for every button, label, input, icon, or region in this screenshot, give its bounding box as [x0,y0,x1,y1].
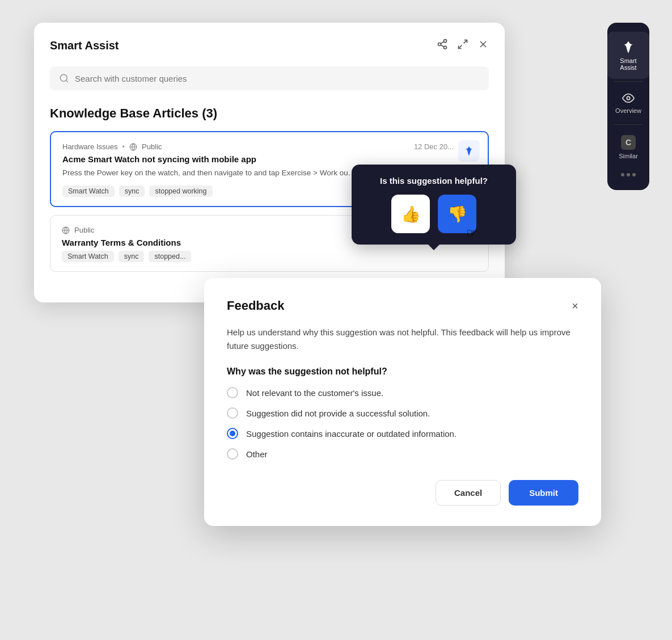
tag-2-0: Smart Watch [62,251,114,262]
sidebar-item-similar[interactable]: C Similar [607,127,649,167]
tag-2-1: sync [119,251,145,262]
spark-icon [621,40,636,54]
search-icon [59,73,69,83]
cursor: ☞ [466,226,477,241]
tooltip-question: Is this suggestion helpful? [365,176,502,186]
radio-label-0: Not relevant to the customer's issue. [246,388,383,398]
tag-2-2: stopped... [149,251,191,262]
sidebar-item-smart-assist[interactable]: Smart Assist [607,32,649,79]
letter-c-icon: C [621,135,636,150]
panel-header: Smart Assist [50,39,489,53]
globe-icon-1 [129,143,137,151]
article-tags-2: Smart Watch sync stopped... [62,251,477,262]
radio-circle-3 [227,448,238,460]
submit-button[interactable]: Submit [509,480,578,506]
svg-line-4 [441,41,444,43]
feedback-modal: Feedback × Help us understand why this s… [204,278,601,526]
article-visibility-1: Public [142,142,162,151]
feedback-header: Feedback × [227,298,578,313]
radio-item-3[interactable]: Other [227,448,578,460]
radio-item-1[interactable]: Suggestion did not provide a successful … [227,407,578,419]
svg-line-6 [459,45,462,49]
expand-icon[interactable] [457,39,468,53]
cancel-button[interactable]: Cancel [436,480,501,506]
article-title-1: Acme Smart Watch not syncing with mobile… [62,154,476,164]
sidebar-dots [621,173,636,181]
svg-line-10 [66,80,67,82]
tag-1-0: Smart Watch [62,186,115,197]
radio-item-0[interactable]: Not relevant to the customer's issue. [227,387,578,398]
search-input[interactable] [75,74,480,83]
tooltip-bubble: Is this suggestion helpful? 👍 👎 [352,165,516,245]
tag-1-1: sync [119,186,145,197]
radio-circle-0 [227,387,238,398]
search-bar[interactable] [50,66,489,90]
radio-label-1: Suggestion did not provide a successful … [246,409,430,418]
sidebar-item-label-smart-assist: Smart Assist [612,57,645,71]
radio-circle-1 [227,407,238,419]
sidebar-item-overview[interactable]: Overview [607,84,649,122]
feedback-close-button[interactable]: × [572,300,578,313]
feedback-description: Help us understand why this suggestion w… [227,326,578,353]
thumbs-up-icon: 👍 [401,205,421,224]
svg-line-5 [464,40,467,44]
thumbs-up-button[interactable]: 👍 [391,195,430,233]
feedback-question: Why was the suggestion not helpful? [227,367,578,377]
article-body-1: Press the Power key on the watch, and th… [62,167,357,179]
svg-point-2 [444,46,447,49]
eye-icon [622,92,635,104]
feedback-title: Feedback [227,298,285,313]
radio-group: Not relevant to the customer's issue. Su… [227,387,578,460]
radio-inner-2 [230,431,235,436]
section-title: Knowledge Base Articles (3) [50,106,489,121]
svg-line-3 [441,45,444,47]
share-icon[interactable] [437,39,448,53]
sidebar-divider-2 [614,124,643,125]
panel-actions [437,39,489,53]
radio-label-2: Suggestion contains inaccurate or outdat… [246,429,457,439]
sidebar-divider-1 [614,81,643,82]
svg-point-15 [627,96,630,100]
radio-circle-2 [227,428,238,439]
smart-assist-panel: Smart Assist Knowledge Base Articles (3)… [34,23,505,302]
article-date-1: 12 Dec 20... [414,142,454,151]
panel-title: Smart Assist [50,39,119,52]
right-sidebar: Smart Assist Overview C Similar [607,23,649,190]
globe-icon-2 [62,226,70,234]
svg-point-0 [444,40,447,43]
svg-point-1 [438,43,441,46]
sidebar-item-label-similar: Similar [619,153,638,159]
feedback-footer: Cancel Submit [227,480,578,506]
svg-point-9 [60,74,67,81]
thumbs-down-icon: 👎 [447,205,467,224]
sidebar-item-label-overview: Overview [615,107,641,114]
close-panel-icon[interactable] [477,39,489,53]
article-category-1: Hardware Issues [62,142,118,151]
tag-1-2: stopped working [149,186,212,197]
radio-item-2[interactable]: Suggestion contains inaccurate or outdat… [227,428,578,439]
assist-icon-corner [458,140,480,162]
tooltip-buttons: 👍 👎 [365,195,502,233]
radio-label-3: Other [246,449,268,459]
article-visibility-2: Public [74,226,94,234]
